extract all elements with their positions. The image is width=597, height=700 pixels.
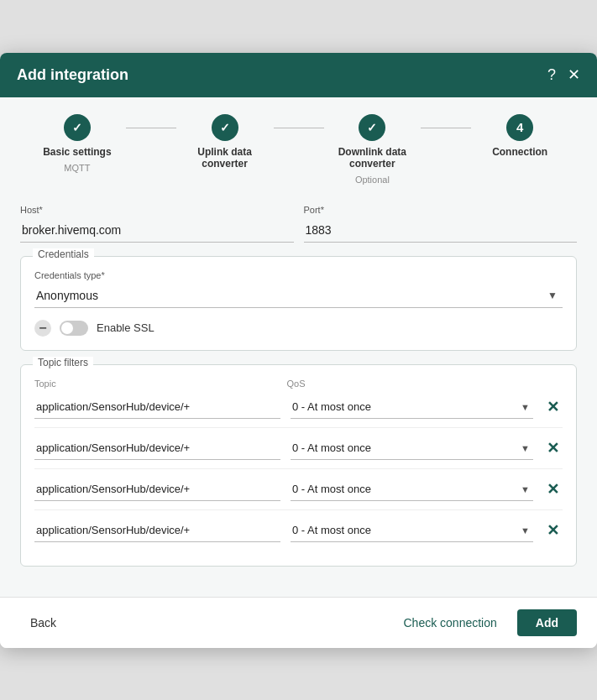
qos-select-1[interactable]: 0 - At most once 1 - At least once 2 - E… [291,436,533,460]
qos-select-wrapper-0: 0 - At most once 1 - At least once 2 - E… [291,395,533,419]
modal-title: Add integration [17,66,128,84]
step-2: ✓ Uplink data converter [176,114,274,175]
modal-footer: Back Check connection Add [0,597,597,648]
close-icon[interactable]: ✕ [568,67,580,82]
ssl-toggle-knob [61,322,73,334]
step-3-sublabel: Optional [355,175,390,185]
ssl-row: − Enable SSL [34,320,563,337]
delete-row-0-icon[interactable]: ✕ [543,398,563,416]
topic-filter-row-2: 0 - At most once 1 - At least once 2 - E… [34,478,563,510]
topic-input-0[interactable] [34,395,280,419]
delete-row-3-icon[interactable]: ✕ [543,521,563,540]
step-3-check: ✓ [367,121,377,134]
port-label: Port* [304,205,578,215]
step-2-check: ✓ [220,121,230,134]
credentials-type-select-wrapper: Anonymous ▼ [34,284,563,308]
step-3: ✓ Downlink data converter Optional [324,114,422,185]
topic-input-2[interactable] [34,478,280,501]
credentials-card: Credentials Credentials type* Anonymous … [20,256,577,351]
ssl-minus-icon[interactable]: − [34,320,51,337]
step-2-circle: ✓ [212,114,238,141]
step-connector-1 [126,128,176,128]
topic-filter-row-1: 0 - At most once 1 - At least once 2 - E… [34,436,563,469]
help-icon[interactable]: ? [547,67,556,82]
topic-filter-row-0: 0 - At most once 1 - At least once 2 - E… [34,395,563,428]
host-label: Host* [20,205,294,215]
check-connection-button[interactable]: Check connection [393,611,506,635]
back-button[interactable]: Back [20,611,66,635]
qos-select-wrapper-2: 0 - At most once 1 - At least once 2 - E… [291,478,533,501]
topic-filters-header: Topic QoS [34,379,563,392]
step-1: ✓ Basic settings MQTT [29,114,126,173]
qos-select-wrapper-1: 0 - At most once 1 - At least once 2 - E… [291,436,533,460]
topic-input-1[interactable] [34,436,280,460]
step-4-label: Connection [492,146,547,158]
step-connector-2 [274,128,324,128]
step-2-label: Uplink data converter [176,146,274,170]
credentials-type-label: Credentials type* [34,270,563,280]
topic-filter-row-3: 0 - At most once 1 - At least once 2 - E… [34,519,563,551]
footer-right: Check connection Add [393,609,577,636]
ssl-toggle[interactable] [60,321,88,336]
add-integration-modal: Add integration ? ✕ ✓ Basic settings MQT… [0,53,597,648]
delete-row-1-icon[interactable]: ✕ [543,439,563,457]
step-3-circle: ✓ [359,114,385,141]
credentials-type-select[interactable]: Anonymous [34,284,563,308]
stepper: ✓ Basic settings MQTT ✓ Uplink data conv… [20,114,577,185]
modal-body: ✓ Basic settings MQTT ✓ Uplink data conv… [0,97,597,597]
qos-select-0[interactable]: 0 - At most once 1 - At least once 2 - E… [291,395,533,419]
delete-row-2-icon[interactable]: ✕ [543,480,563,499]
host-port-row: Host* Port* [20,205,577,243]
topic-filters-legend: Topic filters [33,357,93,368]
host-input[interactable] [20,218,294,243]
modal-header: Add integration ? ✕ [0,53,597,97]
qos-col-header: QoS [287,379,530,389]
step-1-label: Basic settings [43,146,111,158]
step-connector-3 [421,128,471,128]
ssl-label: Enable SSL [97,321,154,334]
step-3-label: Downlink data converter [324,146,422,170]
topic-col-header: Topic [34,379,277,389]
qos-select-wrapper-3: 0 - At most once 1 - At least once 2 - E… [291,519,533,542]
step-4: 4 Connection [471,114,568,163]
credentials-type-group: Credentials type* Anonymous ▼ [34,270,563,308]
header-icons: ? ✕ [547,67,580,82]
step-4-number: 4 [516,120,523,134]
topic-input-3[interactable] [34,519,280,542]
qos-select-3[interactable]: 0 - At most once 1 - At least once 2 - E… [291,519,533,542]
step-4-circle: 4 [506,114,533,141]
step-1-sublabel: MQTT [64,163,90,173]
step-1-check: ✓ [72,121,82,134]
host-group: Host* [20,205,294,243]
credentials-legend: Credentials [33,248,94,260]
port-group: Port* [304,205,578,243]
step-1-circle: ✓ [64,114,91,141]
topic-filters-card: Topic filters Topic QoS 0 - At most once… [20,364,577,567]
qos-select-2[interactable]: 0 - At most once 1 - At least once 2 - E… [291,478,533,501]
port-input[interactable] [304,218,578,243]
add-button[interactable]: Add [517,609,577,636]
